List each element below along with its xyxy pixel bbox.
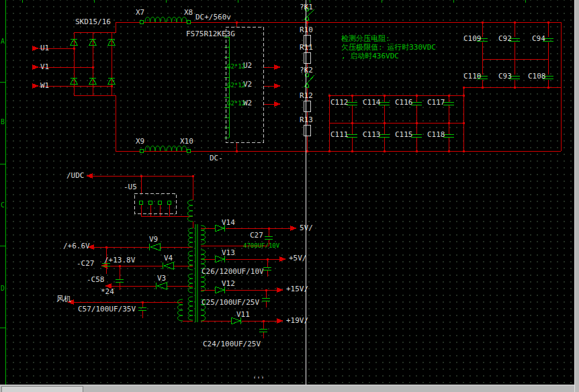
cap-c27-out-label: C27	[250, 232, 263, 239]
net-plus15v-label: +15V/	[286, 285, 308, 293]
schematic-editor-canvas[interactable]: A B C D SKD15/16 X7 X8 DC+/560v FS75R12K…	[0, 0, 579, 392]
cap-c116-label: C116	[395, 99, 413, 106]
resistor-r12-label: R12	[300, 92, 313, 99]
cap-c108-label: C108	[528, 72, 546, 80]
annotation-line1: 检测分压电阻:	[341, 35, 390, 42]
horizontal-scrollbar-thumb[interactable]	[1, 386, 83, 392]
cap-c111-label: C111	[330, 131, 349, 138]
zone-letter-d: D	[1, 285, 5, 292]
net-plus19v-label: +19V/	[286, 317, 308, 324]
cap-c117-label: C117	[427, 99, 445, 106]
cap-c94-label: C94	[532, 35, 545, 42]
cap-c57-label: C57/100UF/35V	[78, 305, 136, 313]
status-marks: '''	[253, 377, 265, 383]
cap-c112-label: C112	[330, 99, 349, 106]
resistor-r10-label: R10	[300, 26, 313, 34]
cap-c113-label: C113	[363, 131, 381, 138]
igbt-pin-note-1: G2*12	[227, 64, 245, 70]
capacitor-icons	[102, 38, 553, 332]
cap-c58-label: -C58	[87, 276, 105, 283]
net-plus5v-label: +5V/	[289, 254, 307, 262]
igbt-pin-note-2: G2*12	[227, 83, 245, 89]
transformer-ref-label: -U5	[124, 183, 137, 191]
relay-k1-label: ?K1	[300, 3, 313, 11]
net-5v-label: 5V/	[300, 224, 313, 232]
fan-label: 风机	[56, 295, 71, 303]
terminal-x7-label: X7	[136, 9, 144, 16]
cap-c110-label: C110	[463, 72, 482, 80]
sheet-border	[0, 0, 525, 385]
net-24v-label: *24	[101, 288, 114, 295]
resistor-r13-label: R13	[300, 116, 313, 124]
cap-c25-label: C25/100UF/25V	[202, 299, 259, 306]
diode-v13-label: V13	[222, 249, 235, 256]
diode-v3-label: V3	[157, 275, 166, 282]
annotation-line2: 欠压极限值: 运行时330VDC	[341, 44, 436, 51]
horizontal-scrollbar[interactable]	[0, 385, 574, 392]
inductor-winding-icons	[145, 17, 206, 323]
annotation-line3: , 启动时436VDC	[341, 52, 399, 60]
net-udc-label: /UDC	[66, 172, 85, 179]
input-v1-label: V1	[40, 63, 49, 70]
zone-letter-c: C	[1, 202, 5, 209]
relay-k2-label: ?K2	[300, 66, 313, 74]
igbt-pin-note-3: G2*12	[227, 101, 245, 107]
net-plus6v6-label: /+6.6V	[63, 242, 90, 250]
diode-v9-label: V9	[149, 236, 158, 243]
cap-c93-label: C93	[498, 72, 512, 80]
net-plus13v8-label: /+13.8V	[104, 256, 135, 264]
diode-v12-label: V12	[222, 280, 235, 287]
cap-c26-label: C26/1200UF/10V	[202, 268, 264, 275]
resistor-r11-label: R11	[300, 44, 313, 51]
terminal-x10-label: X10	[180, 138, 193, 145]
igbt-ref-label: FS75R12KE3G	[186, 30, 235, 38]
schematic-drawing	[0, 0, 579, 392]
diode-v11-label: V11	[236, 311, 250, 318]
cap-c92-label: C92	[498, 35, 512, 42]
cap-c118-label: C118	[427, 131, 445, 138]
cap-c109-label: C109	[463, 35, 482, 42]
diode-v4-label: V4	[164, 254, 173, 262]
cap-c27-value-label: 4700UF/10V	[243, 243, 279, 249]
input-u1-label: U1	[40, 44, 49, 52]
cap-c114-label: C114	[363, 99, 381, 106]
cap-c24-label: C24/100UF/25V	[203, 340, 261, 348]
cap-c115-label: C115	[395, 131, 413, 138]
terminal-x8-label: X8	[184, 9, 193, 16]
terminal-x9-label: X9	[136, 138, 144, 145]
zone-letter-b: B	[1, 119, 5, 126]
diode-v14-label: V14	[222, 219, 235, 226]
net-dc-minus-label: DC-	[210, 154, 223, 162]
bridge-ref-label: SKD15/16	[75, 18, 111, 26]
zone-letter-a: A	[1, 38, 5, 45]
input-w1-label: W1	[40, 82, 49, 89]
cap-c27-aux-label: -C27	[77, 260, 95, 267]
net-dc-plus-label: DC+/560v	[195, 13, 231, 21]
vertical-scrollbar[interactable]	[574, 0, 579, 392]
